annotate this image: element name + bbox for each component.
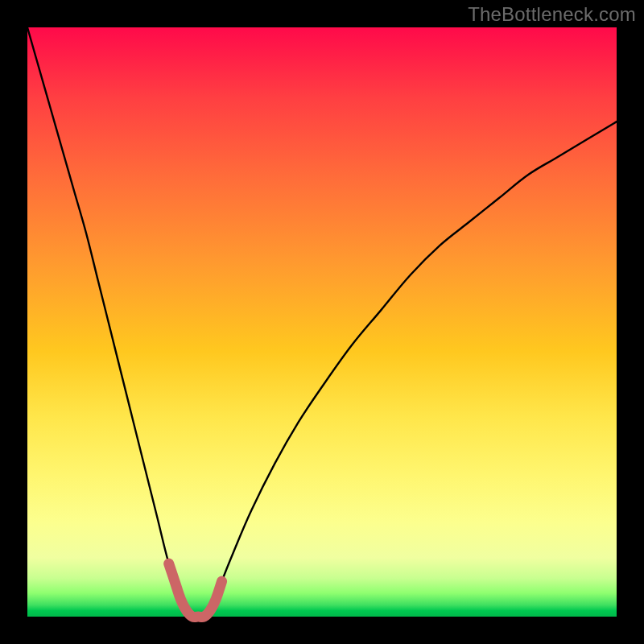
chart-frame: TheBottleneck.com bbox=[0, 0, 644, 644]
optimal-range-highlight bbox=[169, 564, 222, 617]
bottleneck-curve bbox=[27, 27, 617, 617]
watermark-text: TheBottleneck.com bbox=[468, 3, 636, 26]
plot-area bbox=[27, 27, 617, 617]
chart-svg bbox=[27, 27, 617, 617]
